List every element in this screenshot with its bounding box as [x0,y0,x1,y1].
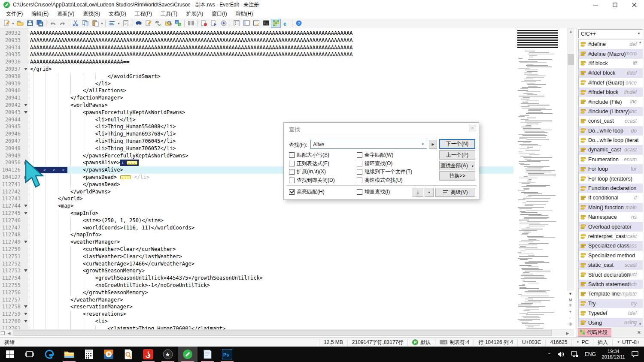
snippet-item-29[interactable]: Usingusing [579,318,643,327]
doc-view-button[interactable] [121,19,131,28]
find-prev-button[interactable]: 上一个(P) [439,150,475,160]
checkbox-icon[interactable] [357,189,362,195]
volume-icon[interactable] [557,351,565,358]
fold-open-icon[interactable] [23,202,28,210]
checkbox-icon[interactable] [289,178,295,183]
splitter-grip[interactable] [1,331,5,335]
snippet-item-12[interactable]: Enumerationenum [579,155,643,164]
menu-item-6[interactable]: 工具(T) [156,9,182,18]
collapsed-fold-box[interactable]: ↓ ... [120,160,139,166]
code-line-112752[interactable]: 112752 <curWeatherAge>17466</curWeatherA… [0,260,515,268]
menu-item-8[interactable]: 窗口(I) [207,9,231,18]
checkbox-icon[interactable] [289,189,295,195]
code-line-112761[interactable]: 112761 <claimant>Thing_Human706001</clai… [0,325,515,329]
snippet-item-11[interactable]: dynamic_castdcast [579,145,643,154]
scroll-right-arrow[interactable]: ▶ [565,330,571,337]
code-line-20934[interactable]: 20934AAAAAAAAAAAAAAAAAAAAAAAAAAAAAAAAAAA… [0,44,515,51]
snippet-item-8[interactable]: const_castccast [579,116,643,126]
incremental-search-option[interactable]: 增量查找(I) [357,188,390,196]
scroll-options-button[interactable]: ◎ [567,321,574,327]
zoom-out-button[interactable]: − [567,315,574,321]
snippet-item-14[interactable]: For loop (iterators) [579,174,643,183]
snippet-item-25[interactable]: Switch statementswitch [579,280,643,289]
cursor-position[interactable]: 行 104126 列 4 [474,339,517,346]
snippet-item-16[interactable]: If conditionalif [579,193,643,202]
code-line-112744[interactable]: 112744 <map> [0,202,515,210]
code-line-112750[interactable]: 112750 <curWeather>Clear</curWeather> [0,246,515,253]
menu-item-1[interactable]: 编辑(E) [27,9,53,18]
snippet-item-23[interactable]: static_castscast [579,260,643,270]
open-file-button[interactable] [15,19,25,28]
action-center-icon[interactable] [631,351,639,358]
snippet-item-26[interactable]: Template linetemplate [579,289,643,299]
checkbox-icon[interactable] [357,169,362,175]
find-option-right-1[interactable]: 循环查找(O) [357,160,412,168]
search-options-dropdown[interactable]: ▼ [425,188,434,197]
menu-item-3[interactable]: 查找(S) [79,9,104,18]
maximize-button[interactable] [605,0,625,9]
fold-open-icon[interactable] [23,210,28,217]
panel-close-icon[interactable]: ✕ [637,330,641,335]
fold-open-icon[interactable] [23,109,28,116]
find-option-right-2[interactable]: 继续到下一个文件(T) [357,168,412,176]
fold-open-icon[interactable] [23,318,28,325]
code-line-20938[interactable]: 20938 </avoidGridSmart> [0,73,515,80]
hex-view-button[interactable] [186,19,196,28]
record-macro-button[interactable] [199,19,209,28]
snippet-language-select[interactable]: C/C++ ▼ [578,29,643,38]
code-line-20940[interactable]: 20940 </allFactions> [0,87,515,94]
char-line-count[interactable]: 2109147字符,83177行 [347,339,407,346]
copy-button[interactable] [80,19,90,28]
run-macro-button[interactable] [219,19,228,28]
checkbox-icon[interactable] [289,152,295,158]
panels-button[interactable] [241,19,251,28]
redo-button[interactable] [58,19,67,28]
taskbar-everedit-icon[interactable] [178,347,197,362]
snippet-item-24[interactable]: Struct declarationstruct [579,270,643,279]
scroll-up-arrow[interactable]: ▲ [567,28,574,35]
code-line-20939[interactable]: 20939 </li> [0,80,515,87]
snippet-item-22[interactable]: Specialized method [579,251,643,260]
snippets-button[interactable] [271,19,281,28]
save-button[interactable] [25,19,35,28]
checkbox-icon[interactable] [357,161,362,166]
find-option-right-3[interactable]: 高速模式查找(U) [357,176,412,185]
snippet-item-3[interactable]: #ifdef blockifdef [579,68,643,78]
code-line-112747[interactable]: 112747 <worldCoords>(116, 11)</worldCoor… [0,224,515,232]
help-button[interactable]: ? [294,19,304,28]
taskbar-media-player-icon[interactable] [99,347,118,362]
find-option-left-2[interactable]: 扩展(\n,\t)(X) [289,168,335,176]
find-option-left-3[interactable]: 查找到即关闭(D) [289,176,335,185]
snippet-scroll-down-icon[interactable]: ▼ [638,322,642,326]
outline-button[interactable] [231,19,241,28]
code-line-112748[interactable]: 112748 </mapInfo> [0,231,515,238]
taskbar-search-doc-icon[interactable] [118,347,138,362]
code-line-112757[interactable]: 112757 </weatherManager> [0,296,515,304]
horizontal-scrollbar-thumb[interactable] [13,330,552,336]
paste-dropdown-icon[interactable]: ▼ [100,19,104,28]
paste-button[interactable] [90,19,100,28]
fold-open-icon[interactable] [23,311,28,318]
menu-item-0[interactable]: 文件(F) [2,9,27,18]
code-line-20942[interactable]: 20942 <worldPawns> [0,102,515,109]
clock[interactable]: 19:342016/12/11 [602,349,625,360]
code-line-20941[interactable]: 20941 </factionManager> [0,94,515,102]
input-language[interactable]: ENG [585,351,596,357]
unicode-codepoint[interactable]: U+003C [517,339,545,346]
play-macro-button[interactable] [209,19,219,28]
fold-open-icon[interactable] [23,66,28,73]
taskbar-photoshop-icon[interactable]: Ps [217,347,237,362]
replace-all-button[interactable]: abac [153,19,163,28]
line-ending[interactable]: ▼PC [571,339,593,346]
horizontal-scrollbar[interactable]: ◀ ▶ [0,329,574,336]
tray-expand-icon[interactable]: ⌃ [547,352,551,357]
snippet-item-0[interactable]: #definedef [579,39,643,49]
code-line-20932[interactable]: 20932AAAAAAAAAAAAAAAAAAAAAAAAAAAAAAAAAAA… [0,30,515,37]
replace-toggle-button[interactable]: 替换>> [439,171,475,181]
notes-button[interactable] [251,19,261,28]
replace-button[interactable] [143,19,153,28]
taskbar-start-button[interactable] [0,347,20,362]
close-button[interactable] [625,0,644,9]
checkbox-icon[interactable] [289,169,295,175]
code-line-20943[interactable]: 20943 <pawnsForcefullyKeptAsWorldPawns> [0,109,515,116]
